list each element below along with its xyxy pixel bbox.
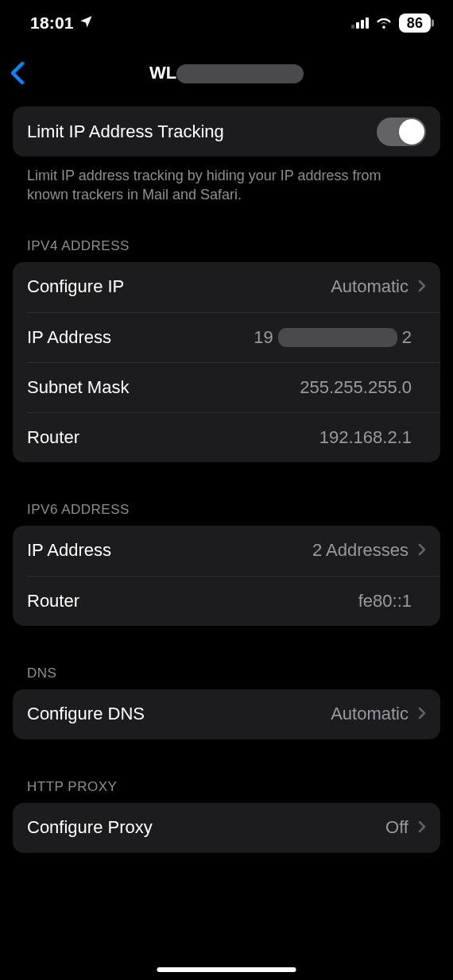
configure-proxy-value: Off: [385, 817, 426, 838]
nav-bar: WL: [0, 46, 453, 100]
status-right: 86: [351, 14, 431, 33]
ipv6-router-row: Router fe80::1: [27, 576, 440, 626]
limit-tracking-group: Limit IP Address Tracking: [13, 106, 440, 156]
subnet-value: 255.255.255.0: [300, 377, 412, 398]
wifi-detail-screen: 18:01 86: [0, 0, 453, 980]
limit-tracking-description: Limit IP address tracking by hiding your…: [13, 156, 440, 205]
ipv6-address-label: IP Address: [27, 540, 111, 561]
ipv4-address-redacted: [278, 328, 397, 347]
configure-dns-row[interactable]: Configure DNS Automatic: [13, 689, 440, 739]
nav-title-prefix: WL: [149, 63, 176, 83]
chevron-right-icon: [418, 276, 426, 297]
location-icon: [79, 14, 93, 33]
subnet-row: Subnet Mask 255.255.255.0: [27, 362, 440, 412]
dns-header: DNS: [13, 666, 440, 689]
svg-rect-3: [366, 17, 369, 29]
configure-proxy-label: Configure Proxy: [27, 817, 153, 838]
battery-percent: 86: [407, 15, 423, 32]
ipv4-address-value: 19 2: [254, 327, 412, 348]
ipv6-group: IP Address 2 Addresses Router fe80::1: [13, 526, 440, 626]
toggle-knob: [399, 119, 424, 145]
home-indicator[interactable]: [157, 967, 296, 972]
svg-rect-2: [361, 20, 364, 29]
nav-title-redacted: [176, 64, 304, 83]
chevron-right-icon: [418, 817, 426, 838]
configure-ip-value: Automatic: [331, 276, 426, 297]
status-time: 18:01: [30, 14, 74, 33]
chevron-right-icon: [418, 704, 426, 724]
configure-dns-label: Configure DNS: [27, 704, 145, 724]
ipv6-address-value: 2 Addresses: [312, 540, 426, 561]
battery-indicator: 86: [399, 14, 431, 33]
limit-tracking-row[interactable]: Limit IP Address Tracking: [13, 106, 440, 156]
configure-ip-row[interactable]: Configure IP Automatic: [13, 262, 440, 312]
ipv6-header: IPV6 Address: [13, 502, 440, 526]
configure-ip-label: Configure IP: [27, 276, 124, 297]
ipv4-router-label: Router: [27, 427, 79, 448]
subnet-label: Subnet Mask: [27, 377, 129, 398]
svg-rect-1: [356, 22, 359, 29]
ipv4-address-row: IP Address 19 2: [27, 312, 440, 362]
configure-dns-value: Automatic: [331, 704, 426, 724]
chevron-right-icon: [418, 540, 426, 561]
ipv4-router-value: 192.168.2.1: [319, 427, 412, 448]
svg-rect-0: [351, 25, 354, 29]
wifi-icon: [375, 14, 393, 33]
status-bar: 18:01 86: [0, 0, 453, 46]
ipv4-router-row: Router 192.168.2.1: [27, 412, 440, 462]
dns-group: Configure DNS Automatic: [13, 689, 440, 739]
ipv6-router-value: fe80::1: [358, 591, 412, 612]
ipv4-header: IPV4 Address: [13, 238, 440, 262]
cellular-icon: [351, 14, 369, 33]
back-button[interactable]: [10, 61, 25, 85]
configure-proxy-row[interactable]: Configure Proxy Off: [13, 803, 440, 853]
ipv6-address-row[interactable]: IP Address 2 Addresses: [13, 526, 440, 576]
nav-title: WL: [149, 63, 304, 83]
proxy-header: HTTP Proxy: [13, 779, 440, 803]
limit-tracking-label: Limit IP Address Tracking: [27, 122, 224, 142]
limit-tracking-toggle[interactable]: [377, 118, 426, 146]
ipv6-router-label: Router: [27, 591, 79, 612]
ipv4-address-label: IP Address: [27, 327, 111, 348]
proxy-group: Configure Proxy Off: [13, 803, 440, 853]
ipv4-group: Configure IP Automatic IP Address 19: [13, 262, 440, 462]
status-left: 18:01: [30, 14, 93, 33]
